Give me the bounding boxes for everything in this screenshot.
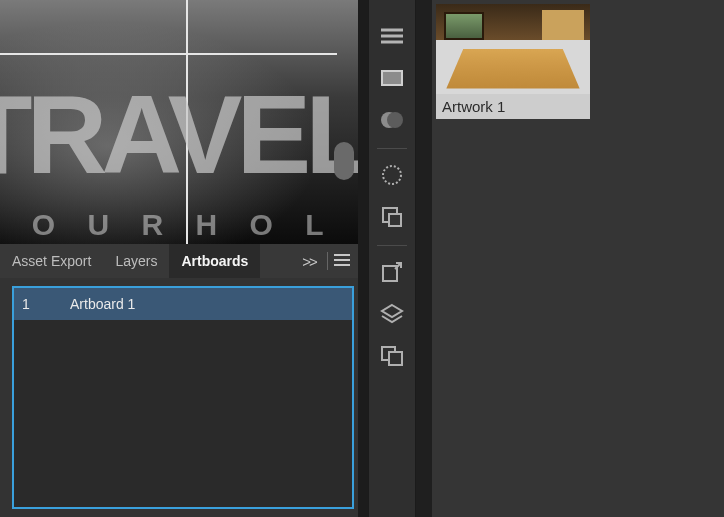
panel-menu-icon[interactable] <box>334 252 358 270</box>
resize-icon[interactable] <box>372 197 412 237</box>
canvas-right-border <box>358 0 368 517</box>
thumbnail-image <box>436 4 590 94</box>
thumbnail-label: Artwork 1 <box>436 94 590 119</box>
tool-separator <box>377 245 407 246</box>
blend-icon[interactable] <box>372 100 412 140</box>
svg-rect-14 <box>389 214 401 226</box>
canvas-subline-text: Y O U R H O L I D A <box>0 208 358 244</box>
artboard-name: Artboard 1 <box>46 296 344 312</box>
svg-rect-18 <box>389 352 402 365</box>
artboards-icon[interactable] <box>372 336 412 376</box>
thumbnail-panel: Artwork 1 <box>432 0 724 517</box>
svg-marker-16 <box>382 305 402 317</box>
layers-icon[interactable] <box>372 294 412 334</box>
radial-icon[interactable] <box>372 155 412 195</box>
ruler-guide-horizontal <box>0 53 337 55</box>
svg-point-12 <box>383 166 401 184</box>
export-icon[interactable] <box>372 252 412 292</box>
panel-gap <box>416 0 432 517</box>
tab-artboards[interactable]: Artboards <box>169 244 260 278</box>
svg-point-11 <box>387 112 403 128</box>
document-canvas[interactable]: TRAVEL Y O U R H O L I D A <box>0 0 358 244</box>
panel-collapse-icon[interactable]: >> <box>297 253 321 270</box>
svg-rect-9 <box>382 71 402 85</box>
fill-rect-icon[interactable] <box>372 58 412 98</box>
scrollbar-thumb[interactable] <box>334 142 354 180</box>
tab-layers[interactable]: Layers <box>103 244 169 278</box>
tool-separator <box>377 148 407 149</box>
artboard-index: 1 <box>22 296 46 312</box>
tab-asset-export[interactable]: Asset Export <box>0 244 103 278</box>
artboard-row[interactable]: 1 Artboard 1 <box>14 288 352 320</box>
panel-tab-bar: Asset Export Layers Artboards >> <box>0 244 358 278</box>
thumbnail-card[interactable]: Artwork 1 <box>436 4 590 119</box>
artboards-panel: 1 Artboard 1 <box>12 286 354 509</box>
panel-divider <box>327 252 328 270</box>
right-tool-column <box>368 0 416 517</box>
menu-icon[interactable] <box>372 16 412 56</box>
canvas-headline-text: TRAVEL <box>0 70 358 199</box>
